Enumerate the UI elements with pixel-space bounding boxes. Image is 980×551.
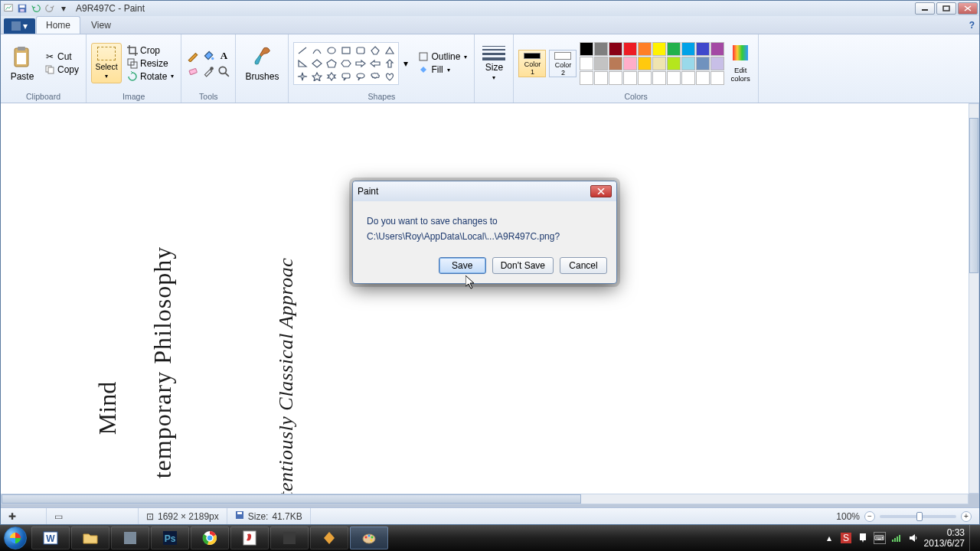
select-button[interactable]: Select ▾ bbox=[91, 43, 122, 83]
shape-star5[interactable] bbox=[310, 70, 324, 83]
palette-color[interactable] bbox=[594, 42, 608, 56]
start-button[interactable] bbox=[0, 525, 31, 551]
vertical-scrollbar[interactable] bbox=[969, 103, 979, 494]
shape-polygon[interactable] bbox=[368, 44, 382, 57]
shape-curve[interactable] bbox=[310, 44, 324, 57]
size-button[interactable]: Size▾ bbox=[479, 44, 508, 83]
bucket-tool[interactable] bbox=[201, 49, 215, 63]
shape-uarrow[interactable] bbox=[383, 57, 397, 70]
copy-button[interactable]: Copy bbox=[42, 64, 81, 76]
tray-network-icon[interactable] bbox=[890, 532, 903, 544]
shape-star6[interactable] bbox=[325, 70, 338, 83]
shape-line[interactable] bbox=[296, 44, 309, 57]
taskbar-chrome[interactable] bbox=[191, 527, 229, 549]
palette-color[interactable] bbox=[696, 57, 710, 70]
palette-color[interactable] bbox=[652, 57, 666, 70]
tray-language-icon[interactable]: ⌨ bbox=[874, 532, 886, 544]
crop-button[interactable]: Crop bbox=[125, 44, 176, 57]
palette-color[interactable] bbox=[667, 71, 681, 85]
rotate-button[interactable]: Rotate▾ bbox=[125, 70, 176, 83]
zoom-slider[interactable] bbox=[880, 515, 956, 518]
file-menu-button[interactable]: ▾ bbox=[4, 18, 35, 34]
palette-color[interactable] bbox=[594, 57, 608, 70]
qat-redo-icon[interactable] bbox=[44, 2, 56, 15]
cut-button[interactable]: ✂Cut bbox=[42, 51, 81, 63]
canvas[interactable]: temporary Philosophy Mind ntentiously Cl… bbox=[1, 103, 969, 494]
palette-color[interactable] bbox=[580, 71, 593, 85]
shape-hexagon[interactable] bbox=[339, 57, 353, 70]
shapes-gallery[interactable] bbox=[293, 42, 399, 85]
palette-color[interactable] bbox=[710, 42, 724, 56]
taskbar-word[interactable]: W bbox=[31, 527, 70, 549]
shape-rarrow[interactable] bbox=[354, 57, 368, 70]
palette-color[interactable] bbox=[696, 42, 710, 56]
palette-color[interactable] bbox=[623, 57, 637, 70]
palette-color[interactable] bbox=[710, 71, 724, 85]
taskbar-paint[interactable] bbox=[350, 527, 388, 549]
qat-dropdown[interactable]: ▾ bbox=[57, 2, 70, 15]
palette-color[interactable] bbox=[623, 42, 637, 56]
shape-callout-oval[interactable] bbox=[354, 70, 368, 83]
taskbar-acrobat[interactable] bbox=[230, 527, 269, 549]
shape-callout-cloud[interactable] bbox=[368, 70, 382, 83]
outline-button[interactable]: Outline▾ bbox=[416, 51, 469, 63]
taskbar-explorer[interactable] bbox=[71, 527, 109, 549]
tray-show-hidden[interactable]: ▴ bbox=[823, 532, 835, 544]
palette-color[interactable] bbox=[609, 57, 622, 70]
palette-color[interactable] bbox=[710, 57, 724, 70]
eraser-tool[interactable] bbox=[186, 64, 200, 78]
tab-view[interactable]: View bbox=[81, 16, 121, 34]
hscroll-thumb[interactable] bbox=[2, 494, 581, 504]
taskbar-photoshop[interactable]: Ps bbox=[151, 527, 189, 549]
palette-color[interactable] bbox=[609, 71, 622, 85]
taskbar-app3[interactable] bbox=[310, 527, 348, 549]
minimize-button[interactable] bbox=[915, 2, 935, 15]
palette-color[interactable] bbox=[638, 42, 652, 56]
maximize-button[interactable] bbox=[936, 2, 956, 15]
shape-pentagon[interactable] bbox=[325, 57, 338, 70]
vscroll-thumb[interactable] bbox=[969, 118, 978, 273]
palette-color[interactable] bbox=[652, 42, 666, 56]
shape-star4[interactable] bbox=[296, 70, 309, 83]
help-icon[interactable]: ? bbox=[965, 17, 979, 34]
fill-button[interactable]: Fill▾ bbox=[416, 64, 469, 76]
palette-color[interactable] bbox=[638, 57, 652, 70]
tray-app-icon[interactable]: S bbox=[840, 532, 852, 544]
brushes-button[interactable]: Brushes bbox=[240, 44, 283, 83]
taskbar-app2[interactable] bbox=[270, 527, 309, 549]
shape-diamond[interactable] bbox=[310, 57, 324, 70]
close-button[interactable] bbox=[958, 2, 978, 15]
shape-larrow[interactable] bbox=[368, 57, 382, 70]
palette-color[interactable] bbox=[652, 71, 666, 85]
paste-button[interactable]: Paste bbox=[5, 44, 39, 83]
pencil-tool[interactable] bbox=[186, 49, 200, 63]
picker-tool[interactable] bbox=[201, 64, 215, 78]
dont-save-button[interactable]: Don't Save bbox=[492, 257, 554, 274]
palette-color[interactable] bbox=[580, 42, 593, 56]
color1-button[interactable]: Color 1 bbox=[518, 50, 546, 77]
palette-color[interactable] bbox=[594, 71, 608, 85]
shape-rtriangle[interactable] bbox=[296, 57, 309, 70]
zoom-out-button[interactable]: − bbox=[864, 511, 875, 522]
palette-color[interactable] bbox=[681, 71, 695, 85]
palette-color[interactable] bbox=[638, 71, 652, 85]
dialog-close-button[interactable] bbox=[590, 185, 612, 197]
tray-action-center-icon[interactable] bbox=[857, 532, 869, 544]
shape-callout-rect[interactable] bbox=[339, 70, 353, 83]
palette-color[interactable] bbox=[580, 57, 593, 70]
tray-clock[interactable]: 0:332013/6/27 bbox=[924, 527, 965, 549]
qat-undo-icon[interactable] bbox=[30, 2, 42, 15]
shape-rect[interactable] bbox=[339, 44, 353, 57]
shape-roundrect[interactable] bbox=[354, 44, 368, 57]
tray-volume-icon[interactable] bbox=[907, 532, 920, 544]
palette-color[interactable] bbox=[696, 71, 710, 85]
palette-color[interactable] bbox=[623, 71, 637, 85]
taskbar-app1[interactable] bbox=[111, 527, 149, 549]
palette-color[interactable] bbox=[609, 42, 622, 56]
qat-save-icon[interactable] bbox=[16, 2, 28, 15]
tab-home[interactable]: Home bbox=[36, 16, 80, 34]
magnifier-tool[interactable] bbox=[217, 64, 230, 78]
shape-oval[interactable] bbox=[325, 44, 338, 57]
edit-colors-button[interactable]: Edit colors bbox=[727, 42, 753, 84]
show-desktop-button[interactable] bbox=[969, 525, 977, 551]
